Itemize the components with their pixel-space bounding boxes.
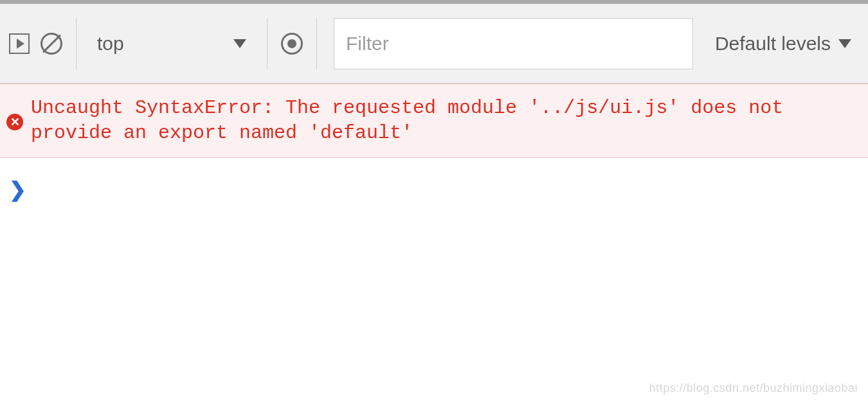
execution-context-select[interactable]: top xyxy=(88,24,255,63)
clear-console-button[interactable] xyxy=(39,31,64,57)
toggle-console-sidebar-button[interactable] xyxy=(6,31,32,57)
watermark: https://blog.csdn.net/buzhimingxiaobai xyxy=(649,382,858,395)
log-levels-select[interactable]: Default levels xyxy=(705,33,862,55)
live-expression-button[interactable] xyxy=(279,31,305,57)
play-icon xyxy=(9,33,30,54)
error-message: Uncaught SyntaxError: The requested modu… xyxy=(31,96,862,146)
toolbar-divider xyxy=(76,18,77,69)
chevron-down-icon xyxy=(233,39,246,48)
console-toolbar: top Default levels xyxy=(0,0,868,83)
context-label: top xyxy=(97,33,124,55)
toolbar-divider xyxy=(267,18,267,69)
filter-input[interactable] xyxy=(334,18,693,69)
console-prompt[interactable]: ❯ xyxy=(0,158,868,221)
error-icon: ✕ xyxy=(6,114,23,130)
levels-label: Default levels xyxy=(715,33,831,55)
chevron-down-icon xyxy=(838,39,851,48)
chevron-right-icon: ❯ xyxy=(9,178,26,201)
toolbar-divider xyxy=(316,18,317,69)
eye-icon xyxy=(281,33,303,55)
clear-icon xyxy=(41,33,62,55)
console-error-row[interactable]: ✕ Uncaught SyntaxError: The requested mo… xyxy=(0,83,868,158)
